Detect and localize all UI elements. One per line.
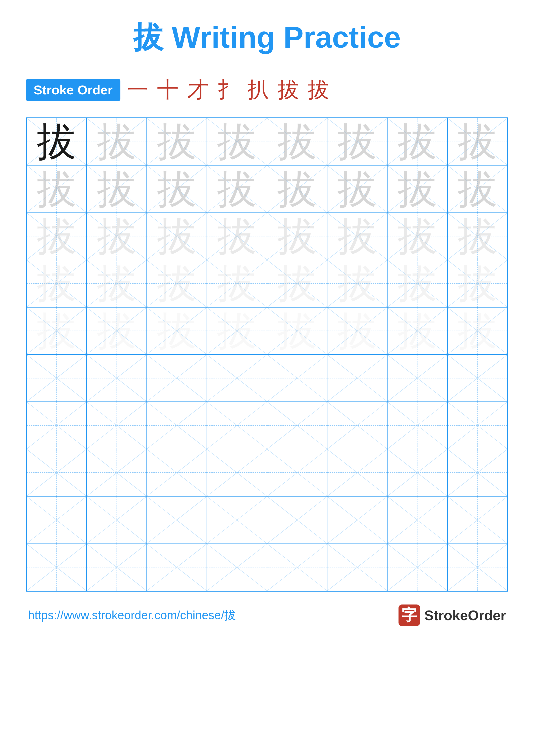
practice-cell[interactable] bbox=[27, 496, 87, 544]
page: 拔 Writing Practice Stroke Order 一 十 才 扌 … bbox=[0, 0, 534, 756]
practice-cell[interactable] bbox=[387, 449, 447, 496]
practice-cell[interactable] bbox=[387, 402, 447, 449]
practice-char: 拔 bbox=[157, 311, 197, 351]
practice-cell[interactable] bbox=[87, 449, 147, 496]
footer: https://www.strokeorder.com/chinese/拔 字 … bbox=[26, 605, 508, 626]
practice-char: 拔 bbox=[458, 311, 497, 351]
practice-char: 拔 bbox=[397, 169, 437, 209]
practice-cell[interactable] bbox=[147, 449, 207, 496]
practice-cell[interactable] bbox=[27, 355, 87, 402]
practice-char: 拔 bbox=[337, 169, 377, 209]
practice-cell[interactable] bbox=[147, 544, 207, 591]
practice-cell[interactable] bbox=[207, 544, 267, 591]
practice-cell[interactable] bbox=[387, 355, 447, 402]
footer-url[interactable]: https://www.strokeorder.com/chinese/拔 bbox=[28, 607, 236, 623]
grid-cell: 拔 bbox=[447, 213, 507, 260]
practice-cell[interactable] bbox=[447, 544, 507, 591]
practice-char: 拔 bbox=[217, 122, 257, 162]
practice-char: 拔 bbox=[397, 263, 437, 304]
grid-cell: 拔 bbox=[207, 165, 267, 212]
v-dash bbox=[57, 449, 57, 496]
grid-cell: 拔 bbox=[87, 307, 147, 355]
v-dash bbox=[477, 449, 477, 496]
practice-cell[interactable] bbox=[267, 402, 327, 449]
practice-char: 拔 bbox=[157, 169, 197, 209]
practice-char: 拔 bbox=[217, 216, 257, 256]
strokeorder-logo-icon: 字 bbox=[398, 605, 420, 626]
practice-cell[interactable] bbox=[267, 496, 327, 544]
practice-cell[interactable] bbox=[447, 355, 507, 402]
grid-cell: 拔 bbox=[267, 118, 327, 165]
practice-cell[interactable] bbox=[327, 355, 387, 402]
practice-cell[interactable] bbox=[147, 496, 207, 544]
practice-cell[interactable] bbox=[207, 496, 267, 544]
practice-cell[interactable] bbox=[87, 355, 147, 402]
grid-cell: 拔 bbox=[387, 260, 447, 307]
grid-cell: 拔 bbox=[267, 213, 327, 260]
practice-cell[interactable] bbox=[447, 402, 507, 449]
practice-char: 拔 bbox=[37, 311, 76, 351]
practice-cell[interactable] bbox=[87, 544, 147, 591]
logo-char: 字 bbox=[401, 605, 417, 626]
practice-cell[interactable] bbox=[327, 449, 387, 496]
stroke-2: 十 bbox=[157, 75, 179, 104]
stroke-3: 才 bbox=[187, 75, 209, 104]
practice-cell[interactable] bbox=[87, 402, 147, 449]
practice-cell[interactable] bbox=[447, 449, 507, 496]
writing-grid: 拔 拔 拔 拔 拔 bbox=[26, 118, 508, 592]
v-dash bbox=[477, 497, 477, 543]
practice-cell[interactable] bbox=[87, 496, 147, 544]
practice-char: 拔 bbox=[97, 263, 137, 304]
practice-cell[interactable] bbox=[327, 402, 387, 449]
v-dash bbox=[116, 544, 117, 591]
practice-cell[interactable] bbox=[267, 449, 327, 496]
practice-cell[interactable] bbox=[207, 449, 267, 496]
practice-cell[interactable] bbox=[27, 402, 87, 449]
v-dash bbox=[417, 497, 418, 543]
v-dash bbox=[237, 497, 237, 543]
grid-cell: 拔 bbox=[447, 260, 507, 307]
v-dash bbox=[297, 402, 297, 449]
practice-cell[interactable] bbox=[27, 544, 87, 591]
v-dash bbox=[297, 544, 297, 591]
practice-char: 拔 bbox=[277, 311, 317, 351]
v-dash bbox=[177, 402, 177, 449]
stroke-order-badge: Stroke Order bbox=[26, 79, 120, 101]
practice-char: 拔 bbox=[97, 122, 137, 162]
practice-char: 拔 bbox=[458, 216, 497, 256]
grid-cell: 拔 bbox=[147, 307, 207, 355]
practice-cell[interactable] bbox=[447, 496, 507, 544]
practice-cell[interactable] bbox=[327, 544, 387, 591]
v-dash bbox=[177, 355, 177, 401]
practice-cell[interactable] bbox=[147, 402, 207, 449]
practice-char: 拔 bbox=[337, 263, 377, 304]
grid-cell: 拔 bbox=[327, 260, 387, 307]
v-dash bbox=[237, 449, 237, 496]
practice-cell[interactable] bbox=[327, 496, 387, 544]
v-dash bbox=[357, 449, 357, 496]
grid-cell: 拔 bbox=[327, 118, 387, 165]
grid-cell: 拔 bbox=[87, 213, 147, 260]
practice-char: 拔 bbox=[37, 216, 76, 256]
practice-cell[interactable] bbox=[387, 544, 447, 591]
practice-cell[interactable] bbox=[267, 355, 327, 402]
practice-cell[interactable] bbox=[207, 355, 267, 402]
grid-cell: 拔 bbox=[87, 260, 147, 307]
practice-cell[interactable] bbox=[207, 402, 267, 449]
practice-char: 拔 bbox=[337, 122, 377, 162]
v-dash bbox=[477, 355, 477, 401]
practice-char: 拔 bbox=[37, 169, 76, 209]
practice-cell[interactable] bbox=[147, 355, 207, 402]
practice-char: 拔 bbox=[97, 216, 137, 256]
v-dash bbox=[357, 497, 357, 543]
footer-logo-text: StrokeOrder bbox=[424, 607, 506, 623]
practice-cell[interactable] bbox=[267, 544, 327, 591]
grid-cell: 拔 bbox=[87, 165, 147, 212]
practice-cell[interactable] bbox=[27, 449, 87, 496]
practice-char: 拔 bbox=[277, 263, 317, 304]
practice-char: 拔 bbox=[157, 216, 197, 256]
v-dash bbox=[477, 402, 477, 449]
practice-char: 拔 bbox=[277, 216, 317, 256]
grid-cell: 拔 bbox=[447, 165, 507, 212]
practice-cell[interactable] bbox=[387, 496, 447, 544]
